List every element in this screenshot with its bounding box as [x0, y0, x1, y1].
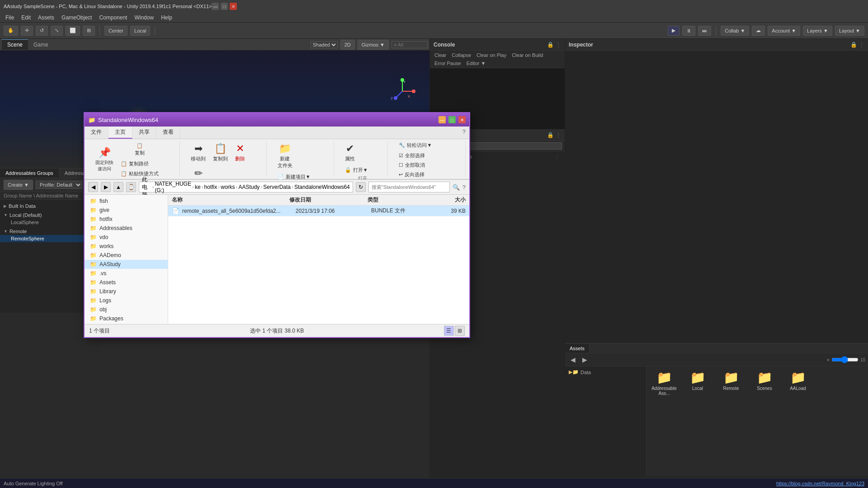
tool-hand[interactable]: ✋: [4, 26, 18, 36]
menu-component[interactable]: Component: [95, 14, 131, 22]
minimize-button[interactable]: —: [212, 3, 219, 10]
ribbon-tab-file[interactable]: 文件: [85, 127, 108, 139]
fd-sidebar-addressables[interactable]: 📁 Addressables: [85, 224, 168, 233]
bread-item-1[interactable]: NATEK_HUGE (G:): [155, 181, 191, 193]
ribbon-delete-button[interactable]: ✕ 删除: [232, 141, 248, 164]
fd-col-size[interactable]: 大小: [426, 196, 466, 204]
tool-move[interactable]: ✛: [21, 26, 33, 36]
fd-search-input[interactable]: [368, 182, 450, 192]
nav-forward-button[interactable]: ▶: [101, 182, 111, 192]
fd-help-icon[interactable]: ?: [459, 127, 469, 139]
fd-sidebar-works[interactable]: 📁 works: [85, 242, 168, 251]
ribbon-properties-button[interactable]: ✔ 属性: [342, 141, 358, 164]
ribbon-pin-button[interactable]: 📌 固定到快速访问: [93, 145, 116, 174]
inspector-menu-icon[interactable]: ⋮: [859, 42, 864, 48]
account-button[interactable]: Account ▼: [768, 26, 800, 36]
fd-sidebar-vs[interactable]: 📁 .vs: [85, 269, 168, 278]
bread-item-4[interactable]: works: [221, 184, 235, 190]
bread-item-6[interactable]: ServerData: [263, 184, 291, 190]
asset-item-1[interactable]: 📁 Local: [682, 368, 713, 398]
addr-profile-select[interactable]: Profile: Default: [36, 181, 82, 189]
fd-maximize-button[interactable]: □: [448, 116, 456, 123]
fd-sidebar-vdo[interactable]: 📁 vdo: [85, 233, 168, 242]
play-button[interactable]: ▶: [668, 26, 679, 36]
shading-mode-select[interactable]: Shaded: [311, 41, 338, 48]
assets-tab-main[interactable]: Assets: [565, 344, 590, 353]
bread-item-2[interactable]: ke: [195, 184, 201, 190]
fd-col-name[interactable]: 名称: [172, 196, 289, 204]
inspector-lock-icon[interactable]: 🔒: [850, 42, 857, 48]
ribbon-tab-view[interactable]: 查看: [156, 127, 180, 139]
fd-minimize-button[interactable]: —: [439, 116, 446, 123]
ribbon-new-folder-button[interactable]: 📁 新建文件夹: [275, 141, 295, 171]
close-button[interactable]: ✕: [230, 3, 237, 10]
console-clear-button[interactable]: Clear: [433, 52, 448, 58]
tool-rect[interactable]: ⬜: [66, 26, 80, 36]
bread-item-7[interactable]: StandaloneWindows64: [294, 184, 350, 190]
assets-tree-data[interactable]: ▶📁 Data: [565, 368, 646, 376]
ribbon-copy-to-button[interactable]: 📋 复制到: [210, 141, 231, 164]
fd-sidebar-hotfix[interactable]: 📁 hotfix: [85, 215, 168, 224]
ribbon-easy-access-button[interactable]: 🔧 轻松访问▼: [396, 141, 434, 150]
ribbon-copy-button[interactable]: 📋 复制: [118, 141, 161, 158]
bread-item-5[interactable]: AAStudy: [239, 184, 260, 190]
ribbon-tab-home[interactable]: 主页: [108, 127, 132, 139]
maximize-button[interactable]: □: [221, 3, 228, 10]
addr-tab-groups[interactable]: Addressables Groups: [0, 169, 59, 178]
fd-view-list-button[interactable]: ☰: [444, 326, 454, 336]
ribbon-select-all-button[interactable]: ☑ 全部选择: [396, 151, 428, 160]
axis-gizmo[interactable]: X Y Z: [389, 78, 416, 105]
ribbon-tab-share[interactable]: 共享: [132, 127, 156, 139]
menu-file[interactable]: File: [2, 14, 18, 22]
menu-gameobject[interactable]: GameObject: [58, 14, 95, 22]
assets-back-button[interactable]: ◀: [568, 355, 578, 365]
console-menu-icon[interactable]: ⋮: [556, 42, 561, 48]
fd-col-type[interactable]: 类型: [368, 196, 426, 204]
ribbon-deselect-all-button[interactable]: ☐ 全部取消: [396, 161, 428, 169]
console-collapse-button[interactable]: Collapse: [450, 52, 473, 58]
ribbon-move-to-button[interactable]: ➡ 移动到: [188, 141, 208, 164]
hier-scene-menu[interactable]: ⋮: [555, 155, 559, 160]
addr-create-button[interactable]: Create ▼: [4, 180, 33, 190]
assets-forward-button[interactable]: ▶: [580, 355, 590, 365]
fd-sidebar-obj[interactable]: 📁 obj: [85, 305, 168, 314]
asset-item-4[interactable]: 📁 AALoad: [782, 368, 814, 398]
blog-url[interactable]: https://blog.csdn.net/Raymond_King123: [776, 481, 864, 486]
scene-search[interactable]: [392, 41, 428, 48]
2d-button[interactable]: 2D: [340, 40, 355, 50]
nav-up-button[interactable]: ▲: [113, 182, 123, 192]
fd-file-row-0[interactable]: 📄 remote_assets_all_5e6009a1d50efda2... …: [168, 206, 469, 216]
collab-button[interactable]: Collab ▼: [721, 26, 749, 36]
nav-refresh-button[interactable]: ↻: [356, 182, 366, 192]
local-global-button[interactable]: Local: [130, 26, 150, 36]
center-pivot-button[interactable]: Center: [104, 26, 127, 36]
asset-item-3[interactable]: 📁 Scenes: [749, 368, 780, 398]
pause-button[interactable]: ⏸: [682, 26, 695, 36]
fd-sidebar-packages[interactable]: 📁 Packages: [85, 314, 168, 323]
menu-help[interactable]: Help: [157, 14, 176, 22]
menu-window[interactable]: Window: [131, 14, 157, 22]
tool-rotate[interactable]: ↺: [36, 26, 48, 36]
tool-scale[interactable]: ⤡: [51, 26, 63, 36]
step-button[interactable]: ⏭: [698, 26, 711, 36]
nav-recent-button[interactable]: ⌚: [126, 182, 136, 192]
fd-col-date[interactable]: 修改日期: [289, 196, 368, 204]
console-error-pause-button[interactable]: Error Pause: [433, 60, 463, 66]
layout-button[interactable]: Layout ▼: [835, 26, 864, 36]
ribbon-paste-shortcut-button[interactable]: 📋 粘贴快捷方式: [118, 169, 161, 178]
cloud-button[interactable]: ☁: [752, 26, 765, 36]
console-lock-icon[interactable]: 🔒: [547, 42, 554, 48]
fd-close-button[interactable]: ✕: [458, 116, 466, 123]
fd-sidebar-aademo[interactable]: 📁 AADemo: [85, 251, 168, 260]
menu-edit[interactable]: Edit: [18, 14, 34, 22]
fd-sidebar-logs[interactable]: 📁 Logs: [85, 296, 168, 305]
fd-sidebar-library[interactable]: 📁 Library: [85, 287, 168, 296]
fd-sidebar-assets[interactable]: 📁 Assets: [85, 278, 168, 287]
ribbon-copy-path-button[interactable]: 📋 复制路径: [118, 160, 161, 168]
fd-sidebar-aastudy[interactable]: 📁 AAStudy: [85, 260, 168, 269]
bread-item-3[interactable]: hotfix: [204, 184, 217, 190]
asset-item-2[interactable]: 📁 Remote: [715, 368, 747, 398]
gizmos-button[interactable]: Gizmos ▼: [358, 40, 389, 50]
fd-help-btn[interactable]: ?: [462, 184, 466, 191]
menu-assets[interactable]: Assets: [34, 14, 58, 22]
